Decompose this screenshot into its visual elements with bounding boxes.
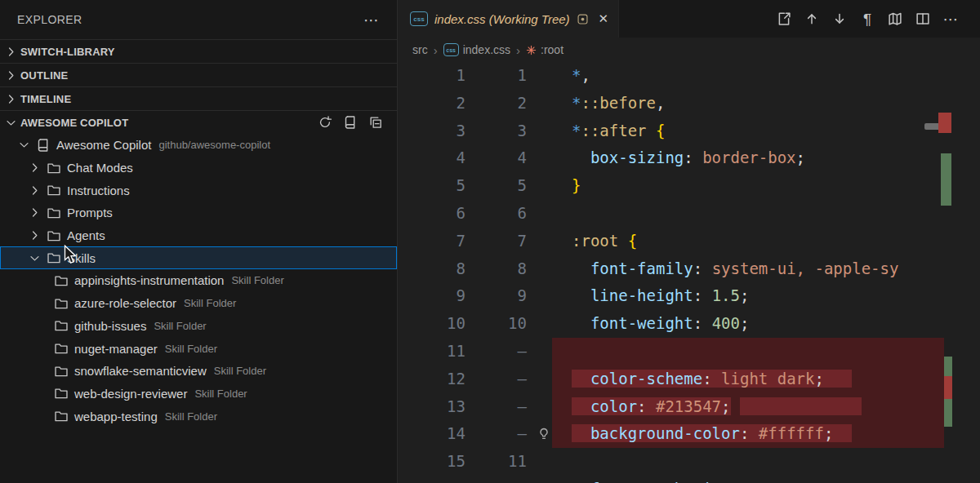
notebook-icon[interactable] (343, 115, 358, 130)
folder-icon (54, 296, 69, 311)
code-token: :root (572, 232, 618, 250)
tree-item[interactable]: Chat Modes (0, 157, 397, 179)
gutter-spacer (527, 448, 552, 476)
tab-index-css[interactable]: css index.css (Working Tree) ✕ (398, 0, 619, 38)
repo-book-icon (36, 138, 51, 153)
code-token: : (693, 259, 712, 277)
section-outline[interactable]: OUTLINE (0, 63, 397, 86)
line-number-original: 8 (398, 255, 466, 283)
breadcrumb-folder[interactable]: src (412, 43, 428, 56)
code-line: 13– color: #213547; (398, 393, 980, 421)
open-file-icon[interactable] (776, 11, 792, 27)
chevron-right-icon (28, 228, 42, 242)
previous-change-icon[interactable] (804, 11, 820, 27)
tree-item[interactable]: webapp-testing Skill Folder (0, 405, 397, 428)
folder-icon (54, 364, 69, 379)
section-label: SWITCH-LIBRARY (20, 46, 115, 58)
line-number-modified: 6 (466, 200, 527, 228)
quick-fix-lightbulb-icon[interactable] (537, 427, 551, 441)
split-editor-icon[interactable] (915, 11, 931, 27)
toggle-whitespace-icon[interactable]: ¶ (859, 11, 875, 27)
overview-added-marker (941, 153, 951, 206)
tree-item[interactable]: Prompts (0, 202, 397, 224)
tree-item[interactable]: github-issues Skill Folder (0, 315, 397, 338)
line-number-modified: 2 (466, 90, 527, 117)
tree-item-label: github-issues (74, 319, 146, 333)
code-line-content[interactable]: } (552, 172, 944, 200)
code-token (572, 314, 590, 332)
code-line-content[interactable]: line-height: 1.5; (552, 282, 944, 310)
line-number-original: 16 (398, 476, 466, 483)
code-line-content[interactable]: box-sizing: border-box; (552, 144, 944, 172)
gutter-spacer (527, 144, 552, 172)
more-actions-icon[interactable]: ⋯ (363, 12, 379, 28)
section-awesome-copilot[interactable]: AWESOME COPILOT (0, 110, 397, 134)
code-line-content[interactable]: *::before, (552, 90, 944, 117)
code-token: border-box (702, 148, 795, 166)
chevron-right-icon (4, 45, 18, 59)
folder-icon (54, 386, 69, 401)
tree-item[interactable]: web-design-reviewer Skill Folder (0, 383, 397, 405)
tree-item[interactable]: appinsights-instrumentation Skill Folder (0, 269, 397, 292)
line-number-original: 4 (398, 144, 466, 172)
explorer-sidebar: EXPLORER ⋯ SWITCH-LIBRARY OUTLINE TIMELI… (0, 0, 398, 483)
tree-item-description: Skill Folder (231, 274, 283, 286)
code-line-content[interactable]: *::after { (552, 117, 944, 145)
code-line: 44 box-sizing: border-box; (398, 144, 980, 172)
sidebar-header: EXPLORER ⋯ (0, 0, 397, 39)
code-line-content[interactable]: color: #213547; (552, 393, 944, 421)
tree-item[interactable]: nuget-manager Skill Folder (0, 337, 397, 360)
tree-item[interactable]: Agents (0, 224, 397, 247)
code-line: 1010 font-weight: 400; (398, 310, 980, 338)
code-token: ; (814, 370, 852, 388)
chevron-down-icon (4, 116, 18, 130)
line-number-modified: – (466, 366, 527, 393)
close-icon[interactable]: ✕ (599, 11, 609, 26)
gutter-spacer (527, 393, 552, 421)
tree-item[interactable]: Awesome Copilot github/awesome-copilot (0, 134, 397, 157)
code-token: * (572, 122, 581, 140)
code-line-content[interactable] (552, 448, 944, 476)
next-change-icon[interactable] (831, 11, 848, 27)
editor-actions: ¶ ⋯ (776, 0, 980, 38)
tree-item[interactable]: Skills (0, 246, 397, 269)
code-line-content[interactable] (552, 200, 944, 228)
tree-item[interactable]: azure-role-selector Skill Folder (0, 292, 397, 315)
code-line: 99 line-height: 1.5; (398, 282, 980, 310)
chevron-right-icon (28, 206, 42, 219)
code-line: 33*::after { (398, 117, 980, 145)
map-icon[interactable] (887, 11, 903, 27)
code-line-content[interactable]: *, (552, 62, 944, 90)
code-token: ; (740, 286, 749, 304)
refresh-icon[interactable] (318, 115, 332, 130)
code-line-content[interactable] (552, 338, 944, 366)
code-token: light dark (721, 370, 814, 388)
code-line-content[interactable]: font-family: system-ui, -apple-sy (552, 255, 944, 283)
code-line-content[interactable]: color-scheme: light dark; (552, 366, 944, 393)
line-number-modified: 1 (466, 62, 527, 90)
code-line: 14– background-color: #ffffff; (398, 420, 980, 448)
code-token: ; (721, 397, 730, 415)
tree-item[interactable]: snowflake-semanticview Skill Folder (0, 360, 397, 383)
breadcrumb-file[interactable]: css index.css (443, 43, 510, 56)
chevron-down-icon (28, 251, 42, 265)
folder-icon (47, 250, 61, 265)
code-line-content[interactable]: font-weight: 400; (552, 310, 944, 338)
section-timeline[interactable]: TIMELINE (0, 86, 397, 110)
collapse-all-icon[interactable] (368, 115, 383, 130)
code-token: : (693, 286, 712, 304)
code-token (731, 397, 740, 415)
code-line-content[interactable]: font-synthesis: none; (552, 476, 944, 483)
code-token: font-weight (590, 314, 693, 332)
line-number-original: 12 (398, 366, 466, 393)
tree-item[interactable]: Instructions (0, 179, 397, 202)
overview-removed-marker (944, 376, 952, 399)
section-switch-library[interactable]: SWITCH-LIBRARY (0, 39, 397, 63)
code-line-content[interactable]: :root { (552, 228, 944, 255)
folder-icon (54, 318, 69, 333)
more-actions-icon[interactable]: ⋯ (942, 11, 959, 27)
css-file-icon: css (410, 11, 428, 26)
code-token: : (740, 424, 759, 442)
breadcrumb-symbol[interactable]: :root (526, 43, 564, 56)
code-line-content[interactable]: background-color: #ffffff; (552, 420, 944, 448)
